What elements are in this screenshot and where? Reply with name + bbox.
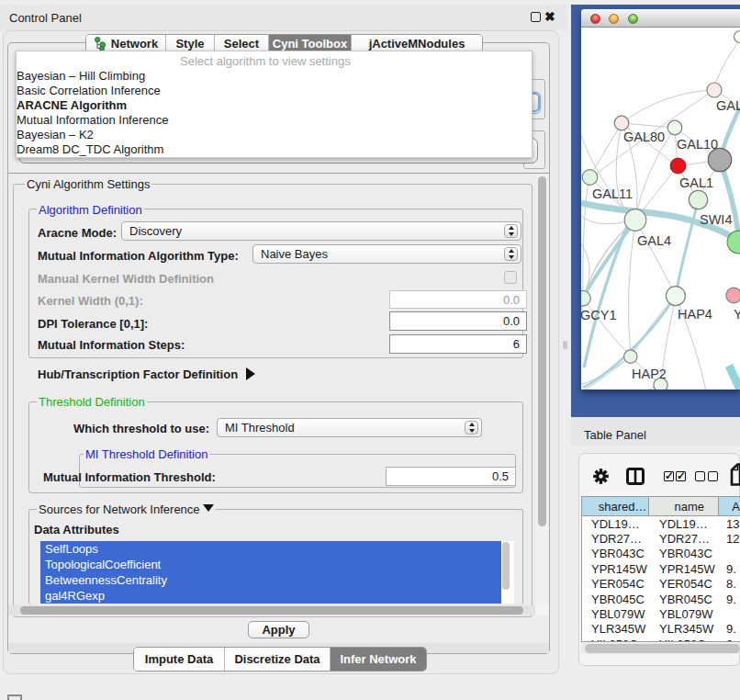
svg-text:GAL1: GAL1 — [679, 175, 713, 190]
svg-text:GCY1: GCY1 — [581, 308, 617, 322]
svg-text:SWI4: SWI4 — [700, 212, 732, 227]
svg-text:GAL11: GAL11 — [592, 186, 633, 201]
svg-text:HAP4: HAP4 — [678, 307, 712, 322]
svg-text:Y: Y — [734, 307, 740, 322]
svg-text:GAL4: GAL4 — [637, 233, 671, 248]
svg-text:GAL: GAL — [716, 98, 740, 113]
svg-text:GAL80: GAL80 — [623, 130, 665, 144]
svg-text:GAL10: GAL10 — [677, 137, 718, 152]
svg-text:HAP2: HAP2 — [632, 367, 667, 381]
